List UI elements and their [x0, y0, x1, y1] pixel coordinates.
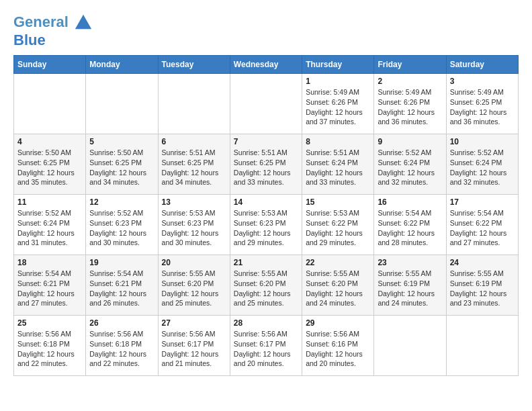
day-cell: 29Sunrise: 5:56 AM Sunset: 6:16 PM Dayli… [302, 316, 374, 376]
day-cell: 13Sunrise: 5:53 AM Sunset: 6:23 PM Dayli… [158, 195, 230, 255]
calendar-body: 1Sunrise: 5:49 AM Sunset: 6:26 PM Daylig… [14, 74, 519, 376]
day-number: 11 [17, 197, 82, 207]
day-info: Sunrise: 5:52 AM Sunset: 6:24 PM Dayligh… [17, 208, 82, 248]
col-header-wednesday: Wednesday [230, 56, 302, 74]
day-info: Sunrise: 5:54 AM Sunset: 6:21 PM Dayligh… [89, 269, 154, 308]
day-info: Sunrise: 5:56 AM Sunset: 6:17 PM Dayligh… [162, 329, 226, 369]
day-info: Sunrise: 5:54 AM Sunset: 6:22 PM Dayligh… [450, 208, 515, 248]
day-info: Sunrise: 5:51 AM Sunset: 6:25 PM Dayligh… [162, 148, 226, 187]
day-info: Sunrise: 5:55 AM Sunset: 6:20 PM Dayligh… [234, 269, 298, 308]
day-info: Sunrise: 5:52 AM Sunset: 6:24 PM Dayligh… [450, 148, 515, 187]
day-info: Sunrise: 5:54 AM Sunset: 6:21 PM Dayligh… [17, 269, 82, 308]
week-row-2: 4Sunrise: 5:50 AM Sunset: 6:25 PM Daylig… [14, 134, 519, 195]
day-info: Sunrise: 5:50 AM Sunset: 6:25 PM Dayligh… [89, 148, 154, 187]
week-row-3: 11Sunrise: 5:52 AM Sunset: 6:24 PM Dayli… [14, 195, 519, 255]
day-cell: 9Sunrise: 5:52 AM Sunset: 6:24 PM Daylig… [374, 134, 446, 195]
day-info: Sunrise: 5:55 AM Sunset: 6:19 PM Dayligh… [450, 269, 515, 308]
day-number: 2 [378, 77, 442, 86]
day-info: Sunrise: 5:53 AM Sunset: 6:23 PM Dayligh… [234, 208, 298, 248]
day-info: Sunrise: 5:56 AM Sunset: 6:17 PM Dayligh… [234, 329, 298, 369]
day-cell: 20Sunrise: 5:55 AM Sunset: 6:20 PM Dayli… [158, 255, 230, 316]
day-info: Sunrise: 5:50 AM Sunset: 6:25 PM Dayligh… [17, 148, 82, 187]
page-header: General Blue [13, 13, 519, 48]
day-number: 28 [234, 318, 298, 328]
col-header-saturday: Saturday [446, 56, 518, 74]
day-cell: 4Sunrise: 5:50 AM Sunset: 6:25 PM Daylig… [14, 134, 86, 195]
day-cell: 14Sunrise: 5:53 AM Sunset: 6:23 PM Dayli… [230, 195, 302, 255]
calendar-table: SundayMondayTuesdayWednesdayThursdayFrid… [13, 55, 519, 376]
day-number: 6 [162, 137, 226, 146]
day-info: Sunrise: 5:49 AM Sunset: 6:25 PM Dayligh… [450, 87, 515, 127]
svg-marker-0 [75, 15, 91, 29]
day-number: 12 [89, 197, 154, 207]
day-info: Sunrise: 5:56 AM Sunset: 6:16 PM Dayligh… [306, 329, 370, 369]
day-number: 16 [378, 197, 442, 207]
day-info: Sunrise: 5:52 AM Sunset: 6:23 PM Dayligh… [89, 208, 154, 248]
day-cell [86, 74, 158, 134]
day-cell: 3Sunrise: 5:49 AM Sunset: 6:25 PM Daylig… [446, 74, 518, 134]
week-row-5: 25Sunrise: 5:56 AM Sunset: 6:18 PM Dayli… [14, 316, 519, 376]
day-cell [158, 74, 230, 134]
day-info: Sunrise: 5:56 AM Sunset: 6:18 PM Dayligh… [89, 329, 154, 369]
day-cell: 19Sunrise: 5:54 AM Sunset: 6:21 PM Dayli… [86, 255, 158, 316]
day-number: 8 [306, 137, 370, 146]
day-cell: 11Sunrise: 5:52 AM Sunset: 6:24 PM Dayli… [14, 195, 86, 255]
day-cell: 25Sunrise: 5:56 AM Sunset: 6:18 PM Dayli… [14, 316, 86, 376]
day-number: 15 [306, 197, 370, 207]
day-info: Sunrise: 5:49 AM Sunset: 6:26 PM Dayligh… [306, 87, 370, 127]
day-number: 14 [234, 197, 298, 207]
day-info: Sunrise: 5:55 AM Sunset: 6:20 PM Dayligh… [306, 269, 370, 308]
day-cell: 16Sunrise: 5:54 AM Sunset: 6:22 PM Dayli… [374, 195, 446, 255]
day-info: Sunrise: 5:56 AM Sunset: 6:18 PM Dayligh… [17, 329, 82, 369]
day-cell [374, 316, 446, 376]
day-cell: 21Sunrise: 5:55 AM Sunset: 6:20 PM Dayli… [230, 255, 302, 316]
day-cell: 18Sunrise: 5:54 AM Sunset: 6:21 PM Dayli… [14, 255, 86, 316]
logo-text: General Blue [13, 13, 93, 48]
day-info: Sunrise: 5:52 AM Sunset: 6:24 PM Dayligh… [378, 148, 442, 187]
day-number: 25 [17, 318, 82, 328]
day-cell: 26Sunrise: 5:56 AM Sunset: 6:18 PM Dayli… [86, 316, 158, 376]
day-number: 27 [162, 318, 226, 328]
day-cell: 5Sunrise: 5:50 AM Sunset: 6:25 PM Daylig… [86, 134, 158, 195]
day-cell: 17Sunrise: 5:54 AM Sunset: 6:22 PM Dayli… [446, 195, 518, 255]
day-number: 18 [17, 258, 82, 267]
col-header-friday: Friday [374, 56, 446, 74]
day-cell [446, 316, 518, 376]
day-info: Sunrise: 5:53 AM Sunset: 6:22 PM Dayligh… [306, 208, 370, 248]
day-number: 3 [450, 77, 515, 86]
week-row-1: 1Sunrise: 5:49 AM Sunset: 6:26 PM Daylig… [14, 74, 519, 134]
day-cell: 2Sunrise: 5:49 AM Sunset: 6:26 PM Daylig… [374, 74, 446, 134]
day-info: Sunrise: 5:55 AM Sunset: 6:20 PM Dayligh… [162, 269, 226, 308]
day-number: 29 [306, 318, 370, 328]
day-cell [230, 74, 302, 134]
day-info: Sunrise: 5:51 AM Sunset: 6:25 PM Dayligh… [234, 148, 298, 187]
day-cell: 8Sunrise: 5:51 AM Sunset: 6:24 PM Daylig… [302, 134, 374, 195]
day-number: 20 [162, 258, 226, 267]
col-header-tuesday: Tuesday [158, 56, 230, 74]
calendar-header: SundayMondayTuesdayWednesdayThursdayFrid… [14, 56, 519, 74]
logo: General Blue [13, 13, 93, 48]
day-info: Sunrise: 5:51 AM Sunset: 6:24 PM Dayligh… [306, 148, 370, 187]
day-info: Sunrise: 5:53 AM Sunset: 6:23 PM Dayligh… [162, 208, 226, 248]
day-number: 24 [450, 258, 515, 267]
day-number: 23 [378, 258, 442, 267]
day-cell: 7Sunrise: 5:51 AM Sunset: 6:25 PM Daylig… [230, 134, 302, 195]
day-cell: 1Sunrise: 5:49 AM Sunset: 6:26 PM Daylig… [302, 74, 374, 134]
day-number: 5 [89, 137, 154, 146]
day-cell: 23Sunrise: 5:55 AM Sunset: 6:19 PM Dayli… [374, 255, 446, 316]
day-info: Sunrise: 5:55 AM Sunset: 6:19 PM Dayligh… [378, 269, 442, 308]
day-cell: 15Sunrise: 5:53 AM Sunset: 6:22 PM Dayli… [302, 195, 374, 255]
day-cell: 12Sunrise: 5:52 AM Sunset: 6:23 PM Dayli… [86, 195, 158, 255]
day-number: 7 [234, 137, 298, 146]
day-info: Sunrise: 5:54 AM Sunset: 6:22 PM Dayligh… [378, 208, 442, 248]
day-number: 17 [450, 197, 515, 207]
day-info: Sunrise: 5:49 AM Sunset: 6:26 PM Dayligh… [378, 87, 442, 127]
day-number: 22 [306, 258, 370, 267]
day-number: 26 [89, 318, 154, 328]
day-cell: 24Sunrise: 5:55 AM Sunset: 6:19 PM Dayli… [446, 255, 518, 316]
col-header-thursday: Thursday [302, 56, 374, 74]
week-row-4: 18Sunrise: 5:54 AM Sunset: 6:21 PM Dayli… [14, 255, 519, 316]
day-number: 4 [17, 137, 82, 146]
day-cell: 27Sunrise: 5:56 AM Sunset: 6:17 PM Dayli… [158, 316, 230, 376]
day-cell: 22Sunrise: 5:55 AM Sunset: 6:20 PM Dayli… [302, 255, 374, 316]
